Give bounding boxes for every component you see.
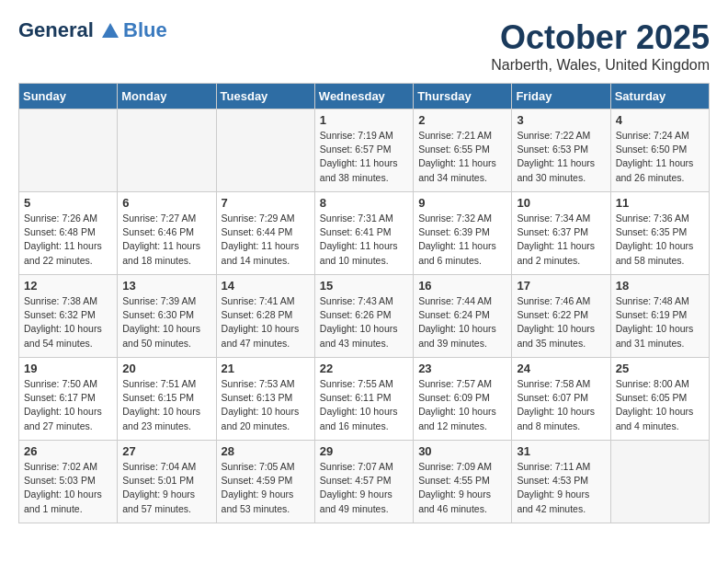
calendar-cell: 26Sunrise: 7:02 AM Sunset: 5:03 PM Dayli… bbox=[19, 441, 118, 523]
day-info: Sunrise: 7:55 AM Sunset: 6:11 PM Dayligh… bbox=[320, 377, 408, 433]
calendar-cell: 2Sunrise: 7:21 AM Sunset: 6:55 PM Daylig… bbox=[414, 109, 512, 192]
logo-general: General bbox=[18, 18, 94, 41]
calendar-cell: 29Sunrise: 7:07 AM Sunset: 4:57 PM Dayli… bbox=[314, 441, 413, 523]
weekday-header-row: SundayMondayTuesdayWednesdayThursdayFrid… bbox=[19, 84, 710, 109]
calendar-cell bbox=[118, 109, 216, 192]
calendar-cell: 15Sunrise: 7:43 AM Sunset: 6:26 PM Dayli… bbox=[314, 275, 413, 358]
day-info: Sunrise: 7:32 AM Sunset: 6:39 PM Dayligh… bbox=[418, 212, 506, 268]
calendar-cell: 22Sunrise: 7:55 AM Sunset: 6:11 PM Dayli… bbox=[314, 358, 413, 441]
calendar-cell: 17Sunrise: 7:46 AM Sunset: 6:22 PM Dayli… bbox=[512, 275, 610, 358]
title-block: October 2025 Narberth, Wales, United Kin… bbox=[491, 18, 710, 74]
calendar-cell: 27Sunrise: 7:04 AM Sunset: 5:01 PM Dayli… bbox=[118, 441, 216, 523]
weekday-header-thursday: Thursday bbox=[414, 84, 512, 109]
day-number: 17 bbox=[517, 279, 605, 293]
calendar-cell: 25Sunrise: 8:00 AM Sunset: 6:05 PM Dayli… bbox=[610, 358, 709, 441]
calendar-cell: 24Sunrise: 7:58 AM Sunset: 6:07 PM Dayli… bbox=[512, 358, 610, 441]
day-info: Sunrise: 7:46 AM Sunset: 6:22 PM Dayligh… bbox=[517, 294, 605, 350]
day-info: Sunrise: 7:04 AM Sunset: 5:01 PM Dayligh… bbox=[122, 460, 210, 516]
calendar-cell: 6Sunrise: 7:27 AM Sunset: 6:46 PM Daylig… bbox=[118, 192, 216, 275]
day-number: 24 bbox=[517, 362, 605, 375]
day-number: 20 bbox=[122, 362, 210, 375]
calendar-cell bbox=[610, 441, 709, 523]
day-info: Sunrise: 7:29 AM Sunset: 6:44 PM Dayligh… bbox=[222, 212, 310, 268]
calendar-cell: 16Sunrise: 7:44 AM Sunset: 6:24 PM Dayli… bbox=[414, 275, 512, 358]
day-info: Sunrise: 7:19 AM Sunset: 6:57 PM Dayligh… bbox=[320, 129, 408, 185]
day-info: Sunrise: 7:22 AM Sunset: 6:53 PM Dayligh… bbox=[517, 129, 605, 185]
calendar-week-row: 26Sunrise: 7:02 AM Sunset: 5:03 PM Dayli… bbox=[19, 441, 710, 523]
calendar-cell: 1Sunrise: 7:19 AM Sunset: 6:57 PM Daylig… bbox=[314, 109, 413, 192]
calendar-cell bbox=[216, 109, 314, 192]
day-info: Sunrise: 7:48 AM Sunset: 6:19 PM Dayligh… bbox=[616, 294, 704, 350]
calendar-cell: 4Sunrise: 7:24 AM Sunset: 6:50 PM Daylig… bbox=[610, 109, 709, 192]
calendar-cell: 12Sunrise: 7:38 AM Sunset: 6:32 PM Dayli… bbox=[19, 275, 118, 358]
svg-marker-0 bbox=[102, 23, 119, 38]
calendar-cell bbox=[19, 109, 118, 192]
day-number: 6 bbox=[122, 196, 210, 210]
calendar-cell: 10Sunrise: 7:34 AM Sunset: 6:37 PM Dayli… bbox=[512, 192, 610, 275]
day-number: 3 bbox=[517, 113, 605, 127]
day-number: 25 bbox=[616, 362, 704, 375]
logo-icon bbox=[100, 21, 120, 41]
logo: General Blue bbox=[18, 18, 167, 42]
day-info: Sunrise: 7:44 AM Sunset: 6:24 PM Dayligh… bbox=[418, 294, 506, 350]
day-number: 7 bbox=[222, 196, 310, 210]
day-info: Sunrise: 7:34 AM Sunset: 6:37 PM Dayligh… bbox=[517, 212, 605, 268]
day-number: 23 bbox=[418, 362, 506, 375]
day-number: 12 bbox=[24, 279, 112, 293]
day-number: 5 bbox=[24, 196, 112, 210]
day-info: Sunrise: 7:26 AM Sunset: 6:48 PM Dayligh… bbox=[24, 212, 112, 268]
day-info: Sunrise: 7:58 AM Sunset: 6:07 PM Dayligh… bbox=[517, 377, 605, 433]
day-info: Sunrise: 8:00 AM Sunset: 6:05 PM Dayligh… bbox=[616, 377, 704, 433]
logo-text: General bbox=[18, 19, 121, 41]
day-number: 10 bbox=[517, 196, 605, 210]
day-info: Sunrise: 7:38 AM Sunset: 6:32 PM Dayligh… bbox=[24, 294, 112, 350]
day-info: Sunrise: 7:27 AM Sunset: 6:46 PM Dayligh… bbox=[122, 212, 210, 268]
calendar-table: SundayMondayTuesdayWednesdayThursdayFrid… bbox=[18, 83, 710, 523]
day-number: 4 bbox=[616, 113, 704, 127]
day-number: 11 bbox=[616, 196, 704, 210]
day-number: 15 bbox=[320, 279, 408, 293]
day-info: Sunrise: 7:39 AM Sunset: 6:30 PM Dayligh… bbox=[122, 294, 210, 350]
day-info: Sunrise: 7:36 AM Sunset: 6:35 PM Dayligh… bbox=[616, 212, 704, 268]
day-info: Sunrise: 7:50 AM Sunset: 6:17 PM Dayligh… bbox=[24, 377, 112, 433]
day-info: Sunrise: 7:31 AM Sunset: 6:41 PM Dayligh… bbox=[320, 212, 408, 268]
location: Narberth, Wales, United Kingdom bbox=[491, 57, 710, 74]
calendar-cell: 9Sunrise: 7:32 AM Sunset: 6:39 PM Daylig… bbox=[414, 192, 512, 275]
day-info: Sunrise: 7:43 AM Sunset: 6:26 PM Dayligh… bbox=[320, 294, 408, 350]
day-info: Sunrise: 7:02 AM Sunset: 5:03 PM Dayligh… bbox=[24, 460, 112, 516]
day-info: Sunrise: 7:09 AM Sunset: 4:55 PM Dayligh… bbox=[418, 460, 506, 516]
day-number: 13 bbox=[122, 279, 210, 293]
calendar-cell: 30Sunrise: 7:09 AM Sunset: 4:55 PM Dayli… bbox=[414, 441, 512, 523]
weekday-header-wednesday: Wednesday bbox=[314, 84, 413, 109]
page-header: General Blue October 2025 Narberth, Wale… bbox=[18, 18, 710, 74]
calendar-week-row: 19Sunrise: 7:50 AM Sunset: 6:17 PM Dayli… bbox=[19, 358, 710, 441]
day-info: Sunrise: 7:51 AM Sunset: 6:15 PM Dayligh… bbox=[122, 377, 210, 433]
day-number: 29 bbox=[320, 444, 408, 458]
day-info: Sunrise: 7:21 AM Sunset: 6:55 PM Dayligh… bbox=[418, 129, 506, 185]
calendar-week-row: 1Sunrise: 7:19 AM Sunset: 6:57 PM Daylig… bbox=[19, 109, 710, 192]
calendar-week-row: 12Sunrise: 7:38 AM Sunset: 6:32 PM Dayli… bbox=[19, 275, 710, 358]
calendar-cell: 3Sunrise: 7:22 AM Sunset: 6:53 PM Daylig… bbox=[512, 109, 610, 192]
calendar-cell: 7Sunrise: 7:29 AM Sunset: 6:44 PM Daylig… bbox=[216, 192, 314, 275]
weekday-header-sunday: Sunday bbox=[19, 84, 118, 109]
day-info: Sunrise: 7:57 AM Sunset: 6:09 PM Dayligh… bbox=[418, 377, 506, 433]
day-number: 30 bbox=[418, 444, 506, 458]
day-info: Sunrise: 7:07 AM Sunset: 4:57 PM Dayligh… bbox=[320, 460, 408, 516]
day-info: Sunrise: 7:41 AM Sunset: 6:28 PM Dayligh… bbox=[222, 294, 310, 350]
day-number: 28 bbox=[222, 444, 310, 458]
day-number: 9 bbox=[418, 196, 506, 210]
calendar-cell: 5Sunrise: 7:26 AM Sunset: 6:48 PM Daylig… bbox=[19, 192, 118, 275]
calendar-cell: 20Sunrise: 7:51 AM Sunset: 6:15 PM Dayli… bbox=[118, 358, 216, 441]
calendar-cell: 13Sunrise: 7:39 AM Sunset: 6:30 PM Dayli… bbox=[118, 275, 216, 358]
day-info: Sunrise: 7:11 AM Sunset: 4:53 PM Dayligh… bbox=[517, 460, 605, 516]
day-number: 18 bbox=[616, 279, 704, 293]
calendar-cell: 21Sunrise: 7:53 AM Sunset: 6:13 PM Dayli… bbox=[216, 358, 314, 441]
day-info: Sunrise: 7:24 AM Sunset: 6:50 PM Dayligh… bbox=[616, 129, 704, 185]
day-number: 19 bbox=[24, 362, 112, 375]
calendar-cell: 8Sunrise: 7:31 AM Sunset: 6:41 PM Daylig… bbox=[314, 192, 413, 275]
calendar-cell: 31Sunrise: 7:11 AM Sunset: 4:53 PM Dayli… bbox=[512, 441, 610, 523]
day-number: 1 bbox=[320, 113, 408, 127]
calendar-cell: 23Sunrise: 7:57 AM Sunset: 6:09 PM Dayli… bbox=[414, 358, 512, 441]
day-number: 31 bbox=[517, 444, 605, 458]
day-info: Sunrise: 7:05 AM Sunset: 4:59 PM Dayligh… bbox=[222, 460, 310, 516]
